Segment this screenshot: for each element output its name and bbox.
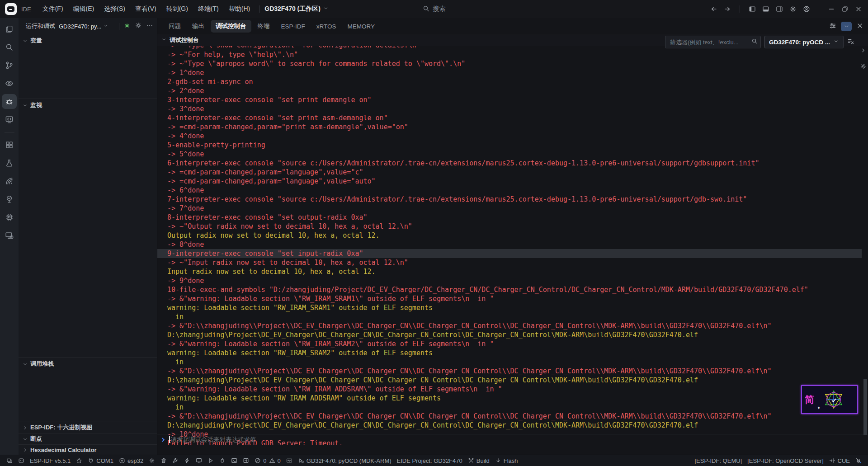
activity-item-source-control[interactable] (2, 58, 17, 73)
sidebar-section-2[interactable]: 监视 (19, 99, 157, 112)
activity-item-flask[interactable] (2, 155, 17, 170)
status-left-2-ide[interactable] (15, 455, 27, 466)
activity-item-eye[interactable] (2, 76, 17, 91)
account-button[interactable] (801, 3, 812, 15)
arrow-left-button[interactable] (708, 3, 720, 15)
status-right-3-cue[interactable]: CUE (826, 457, 853, 464)
panel-expand-button[interactable] (860, 47, 867, 56)
panel-tab-4[interactable]: 终端 (253, 20, 275, 33)
layout-sidebar-right-button[interactable] (774, 3, 785, 15)
status-left-13-flame[interactable] (217, 455, 228, 466)
console-scrollbar[interactable] (863, 379, 867, 435)
activity-item-chip[interactable] (2, 210, 17, 225)
debug-session-dropdown[interactable]: GD32F470: pyOCD ... (764, 36, 844, 48)
activity-item-files[interactable] (2, 22, 17, 37)
layout-panel-button[interactable] (760, 3, 772, 15)
activity-item-espressif[interactable] (2, 174, 17, 188)
ellipsis-icon (146, 22, 153, 29)
status-left-20-tools[interactable]: Build (465, 455, 492, 466)
ellipsis-button[interactable] (146, 22, 153, 31)
menu-bar: 文件(F)编辑(E)选择(S)查看(V)转到(G)终端(T)帮助(H) (38, 3, 255, 15)
status-left-5-plug[interactable]: COM1 (85, 455, 116, 466)
console-line: -> 3^done (157, 104, 862, 113)
panel-tab-5[interactable]: ESP-IDF (276, 21, 310, 32)
panel-tab-2[interactable]: 输出 (187, 20, 209, 33)
panel-maximize-button[interactable] (841, 22, 852, 31)
status-left-1-remote-window[interactable] (4, 455, 15, 466)
start-debugging-button[interactable] (123, 22, 131, 31)
status-left-4-star[interactable] (73, 455, 85, 466)
status-left-6-esp32[interactable]: esp32 (116, 455, 146, 466)
layout-sidebar-left-button[interactable] (746, 3, 758, 15)
close-panel-button[interactable] (856, 22, 863, 31)
status-left-19-item[interactable]: EIDE Project: GD32F470 (394, 455, 465, 466)
panel-tab-6[interactable]: xRTOS (311, 21, 341, 32)
restore-button[interactable] (839, 3, 851, 15)
status-left-10-zap[interactable] (181, 455, 193, 466)
status-left-16[interactable]: 00 (252, 455, 283, 466)
activity-item-debug-bug[interactable] (2, 94, 17, 109)
status-left-3-item[interactable]: ESP-IDF v5.5.1 (27, 455, 73, 466)
debug-config-dropdown[interactable]: GD32F470: py... (59, 23, 108, 30)
panel-tab-3[interactable]: 调试控制台 (211, 20, 251, 33)
filter-options-button[interactable] (829, 22, 836, 31)
ime-language-badge[interactable]: 简 (805, 393, 814, 406)
gear-button[interactable] (787, 3, 799, 15)
panel-tab-7[interactable]: MEMORY (343, 21, 380, 32)
sidebar-section-5[interactable]: 断点 (19, 433, 157, 444)
panel-tab-1[interactable]: 问题 (164, 20, 186, 33)
status-left-7-gear[interactable] (146, 455, 158, 466)
menu-item-6[interactable]: 终端(T) (193, 3, 224, 15)
sidebar-section-6[interactable]: Hexadecimal Calculator (19, 444, 157, 455)
close-button[interactable] (853, 3, 864, 15)
sidebar-section-3[interactable]: 调用堆栈 (19, 357, 157, 370)
ime-toolbar[interactable]: 简 ✦ (801, 385, 858, 414)
status-left-8-trash[interactable] (158, 455, 170, 466)
status-left-21-download[interactable]: Flash (492, 455, 521, 466)
console-line: warning: Loadable section "RW_IRAM_ADDSR… (157, 394, 862, 403)
global-search[interactable]: 搜索 (423, 5, 446, 14)
activity-item-device-monitor[interactable] (2, 228, 17, 243)
flask-icon (5, 159, 14, 167)
gear-button[interactable] (135, 22, 142, 31)
console-line: -> 5^done (157, 150, 862, 159)
menu-item-3[interactable]: 选择(S) (99, 3, 130, 15)
menu-item-2[interactable]: 编辑(E) (68, 3, 99, 15)
console-line: 7-interpreter-exec console "source c:/Us… (157, 195, 862, 204)
menu-item-1[interactable]: 文件(F) (38, 3, 68, 15)
status-left-9-wrench[interactable] (170, 455, 181, 466)
status-right-4-bell-slash[interactable] (853, 457, 864, 464)
sidebar-section-4[interactable]: ESP-IDF: 十六进制视图 (19, 422, 157, 433)
menu-item-4[interactable]: 查看(V) (130, 3, 161, 15)
workspace-switcher[interactable]: GD32F470 (工作区) (264, 5, 329, 13)
menu-item-7[interactable]: 帮助(H) (224, 3, 255, 15)
count: 0 (278, 457, 281, 464)
status-right-1-item[interactable]: [ESP-IDF: QEMU] (692, 457, 745, 464)
console-input-row[interactable]: 请发起调试会话来对表达式求值 (157, 434, 868, 445)
status-left-12-play[interactable] (205, 455, 217, 466)
sidebar-section-1[interactable]: 变量 (19, 34, 157, 47)
activity-item-tree-check[interactable] (2, 192, 17, 207)
status-left-11-monitor[interactable] (193, 455, 205, 466)
menu-item-5[interactable]: 转到(G) (161, 3, 193, 15)
status-right-2-item[interactable]: [ESP-IDF: OpenOCD Server] (745, 457, 826, 464)
star-icon (76, 457, 82, 464)
activity-item-monitor-code[interactable] (2, 112, 17, 127)
console-settings-button[interactable] (860, 63, 867, 71)
minimize-button[interactable] (826, 3, 837, 15)
status-left-17-serial[interactable] (283, 455, 295, 466)
arrow-right-button[interactable] (722, 3, 733, 15)
divider (5, 132, 14, 132)
console-prompt-icon (160, 437, 166, 443)
espressif-icon (5, 177, 14, 185)
status-left-18-debug[interactable]: GD32F470: pyOCD (MDK-ARM) (295, 455, 394, 466)
clear-console-button[interactable] (847, 38, 854, 47)
status-left-14-terminal[interactable] (228, 455, 240, 466)
console-line: in (157, 312, 862, 321)
console-filter-input[interactable] (669, 38, 751, 46)
status-left-15-box-arrow[interactable] (240, 455, 252, 466)
activity-item-grid[interactable] (2, 137, 17, 152)
chevron-down-icon (103, 23, 108, 28)
download-icon (495, 457, 501, 464)
activity-item-search[interactable] (2, 40, 17, 55)
